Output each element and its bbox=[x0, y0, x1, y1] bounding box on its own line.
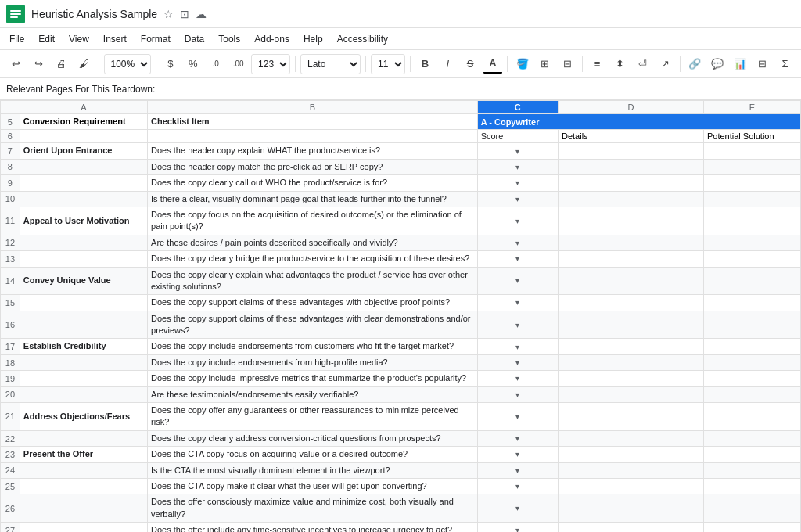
cell-e[interactable] bbox=[703, 371, 800, 386]
cell-a[interactable] bbox=[20, 311, 147, 339]
cell-d[interactable] bbox=[558, 354, 703, 370]
cell-e[interactable] bbox=[703, 143, 800, 159]
col-header-e[interactable]: E bbox=[703, 101, 800, 114]
font-select[interactable]: Lato bbox=[300, 54, 361, 74]
cell-c-dropdown[interactable]: ▾ bbox=[477, 175, 558, 191]
menu-data[interactable]: Data bbox=[178, 32, 210, 46]
cell-d[interactable] bbox=[558, 175, 703, 191]
cell-a[interactable] bbox=[20, 462, 147, 478]
cell-b[interactable]: Does the copy focus on the acquisition o… bbox=[148, 207, 478, 235]
filter-button[interactable]: ⊟ bbox=[753, 54, 772, 74]
zoom-select[interactable]: 100% bbox=[104, 54, 151, 74]
cell-a[interactable] bbox=[20, 354, 147, 370]
cell-b[interactable]: Does the offer consciously maximize valu… bbox=[148, 494, 478, 523]
menu-view[interactable]: View bbox=[63, 32, 95, 46]
cloud-icon[interactable]: ☁ bbox=[196, 8, 207, 20]
text-wrap-button[interactable]: ⏎ bbox=[633, 54, 652, 74]
cell-e[interactable] bbox=[703, 447, 800, 462]
cell-d[interactable] bbox=[558, 191, 703, 207]
menu-help[interactable]: Help bbox=[297, 32, 329, 46]
cell-c-dropdown[interactable]: ▾ bbox=[477, 143, 558, 159]
paint-format-button[interactable]: 🖌 bbox=[74, 54, 94, 74]
cell-b[interactable]: Checklist Item bbox=[148, 114, 478, 130]
cell-e[interactable] bbox=[703, 523, 800, 532]
italic-button[interactable]: I bbox=[438, 54, 458, 74]
cell-a[interactable] bbox=[20, 295, 147, 311]
cell-c-dropdown[interactable]: ▾ bbox=[477, 371, 558, 386]
cell-c-dropdown[interactable]: ▾ bbox=[477, 235, 558, 250]
cell-a[interactable] bbox=[20, 191, 147, 207]
col-header-a[interactable]: A bbox=[20, 101, 147, 114]
cell-a[interactable]: Conversion Requirement bbox=[20, 114, 147, 130]
cell-d[interactable] bbox=[558, 235, 703, 250]
cell-e[interactable] bbox=[703, 295, 800, 311]
cell-c-dropdown[interactable]: ▾ bbox=[477, 267, 558, 295]
cell-b[interactable]: Does the copy support claims of these ad… bbox=[148, 295, 478, 311]
cell-d[interactable] bbox=[558, 478, 703, 494]
grid-icon[interactable]: ⊡ bbox=[180, 8, 189, 20]
cell-e[interactable] bbox=[703, 339, 800, 354]
cell-a[interactable] bbox=[20, 235, 147, 250]
cell-a[interactable] bbox=[20, 159, 147, 174]
link-button[interactable]: 🔗 bbox=[685, 54, 705, 74]
menu-tools[interactable]: Tools bbox=[212, 32, 246, 46]
cell-c-dropdown[interactable]: ▾ bbox=[477, 462, 558, 478]
menu-insert[interactable]: Insert bbox=[97, 32, 133, 46]
cell-a[interactable] bbox=[20, 130, 147, 143]
function-button[interactable]: Σ bbox=[775, 54, 795, 74]
cell-b[interactable]: Does the header copy explain WHAT the pr… bbox=[148, 143, 478, 159]
comment-button[interactable]: 💬 bbox=[707, 54, 727, 74]
cell-d[interactable] bbox=[558, 251, 703, 267]
cell-a[interactable]: Present the Offer bbox=[20, 447, 147, 462]
decimal-dec-button[interactable]: .00 bbox=[228, 54, 248, 74]
cell-c-dropdown[interactable]: ▾ bbox=[477, 478, 558, 494]
cell-a[interactable] bbox=[20, 251, 147, 267]
cell-b[interactable]: Is the CTA the most visually dominant el… bbox=[148, 462, 478, 478]
cell-a[interactable] bbox=[20, 478, 147, 494]
cell-c-dropdown[interactable]: ▾ bbox=[477, 523, 558, 532]
menu-file[interactable]: File bbox=[3, 32, 31, 46]
cell-e[interactable] bbox=[703, 354, 800, 370]
cell-a[interactable] bbox=[20, 371, 147, 386]
cell-b[interactable]: Does the copy clearly explain what advan… bbox=[148, 267, 478, 295]
cell-e[interactable] bbox=[703, 478, 800, 494]
cell-d[interactable] bbox=[558, 295, 703, 311]
valign-button[interactable]: ⬍ bbox=[610, 54, 630, 74]
cell-e[interactable] bbox=[703, 462, 800, 478]
cell-d[interactable] bbox=[558, 523, 703, 532]
cell-e[interactable] bbox=[703, 251, 800, 267]
cell-c-dropdown[interactable]: ▾ bbox=[477, 447, 558, 462]
cell-c-dropdown[interactable]: ▾ bbox=[477, 386, 558, 402]
cell-d[interactable] bbox=[558, 143, 703, 159]
cell-c-dropdown[interactable]: ▾ bbox=[477, 295, 558, 311]
cell-b[interactable]: Does the copy include impressive metrics… bbox=[148, 371, 478, 386]
cell-d[interactable] bbox=[558, 430, 703, 446]
cell-e[interactable] bbox=[703, 159, 800, 174]
percent-button[interactable]: % bbox=[183, 54, 203, 74]
cell-d[interactable] bbox=[558, 371, 703, 386]
cell-b[interactable]: Does the copy include endorsements from … bbox=[148, 339, 478, 354]
cell-a[interactable] bbox=[20, 523, 147, 532]
cell-b[interactable]: Does the copy support claims of these ad… bbox=[148, 311, 478, 339]
cell-a[interactable] bbox=[20, 430, 147, 446]
cell-b[interactable]: Does the copy clearly call out WHO the p… bbox=[148, 175, 478, 191]
align-left-button[interactable]: ≡ bbox=[587, 54, 607, 74]
cell-c-dropdown[interactable]: ▾ bbox=[477, 159, 558, 174]
col-header-b[interactable]: B bbox=[148, 101, 478, 114]
menu-edit[interactable]: Edit bbox=[32, 32, 61, 46]
cell-c-dropdown[interactable]: ▾ bbox=[477, 207, 558, 235]
cell-b[interactable]: Are these testimonials/endorsements easi… bbox=[148, 386, 478, 402]
cell-a[interactable] bbox=[20, 175, 147, 191]
cell-e[interactable] bbox=[703, 207, 800, 235]
cell-d[interactable] bbox=[558, 447, 703, 462]
cell-e[interactable] bbox=[703, 235, 800, 250]
cell-e[interactable] bbox=[703, 430, 800, 446]
strikethrough-button[interactable]: S bbox=[461, 54, 480, 74]
cell-b[interactable] bbox=[148, 130, 478, 143]
cell-a[interactable]: Address Objections/Fears bbox=[20, 403, 147, 431]
cell-a[interactable] bbox=[20, 494, 147, 523]
menu-format[interactable]: Format bbox=[135, 32, 177, 46]
format-select[interactable]: 123 bbox=[251, 54, 290, 74]
cell-b[interactable]: Does the header copy match the pre-click… bbox=[148, 159, 478, 174]
menu-addons[interactable]: Add-ons bbox=[248, 32, 296, 46]
